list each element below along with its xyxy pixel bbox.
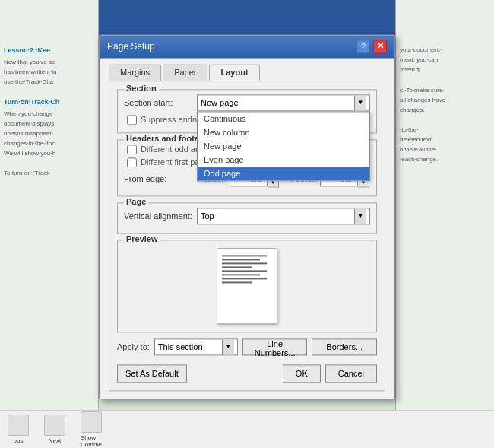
apply-to-arrow-icon[interactable]: ▼	[222, 339, 234, 354]
preview-line-1	[222, 255, 267, 256]
preview-line-6	[222, 274, 260, 275]
bg-left-panel: Lesson·2:·Kee Now·that·you've·se has·bee…	[0, 0, 99, 448]
section-start-value: New page	[201, 98, 239, 107]
section-start-menu: Continuous New column New page Even page…	[197, 111, 370, 181]
section-start-dropdown[interactable]: New page ▼	[197, 94, 370, 111]
ok-button[interactable]: OK	[283, 364, 321, 383]
vert-align-label: Vertical alignment:	[124, 211, 192, 221]
apply-to-value: This section	[158, 342, 203, 351]
page-setup-dialog: Page Setup ? ✕ Margins Paper Layout Sect…	[99, 34, 395, 399]
borders-button[interactable]: Borders...	[312, 338, 377, 355]
preview-document	[217, 248, 277, 324]
preview-line-7	[222, 278, 267, 279]
from-edge-label: From edge:	[124, 174, 192, 183]
preview-line-3	[222, 262, 267, 264]
vert-align-dropdown[interactable]: Top ▼	[197, 208, 370, 224]
set-as-default-button[interactable]: Set As Default	[117, 364, 187, 383]
vert-align-arrow-icon[interactable]: ▼	[354, 208, 366, 224]
dropdown-item-continuous[interactable]: Continuous	[198, 112, 369, 126]
preview-group: Preview	[117, 240, 377, 332]
dropdown-item-new-page[interactable]: New page	[198, 139, 369, 153]
preview-line-8	[222, 281, 252, 283]
tab-margins[interactable]: Margins	[109, 64, 161, 81]
tab-content-layout: Section Section start: New page ▼ Contin…	[109, 81, 385, 391]
dialog-title: Page Setup	[107, 41, 155, 52]
page-group: Page Vertical alignment: Top ▼	[117, 202, 377, 234]
dialog-help-button[interactable]: ?	[356, 40, 370, 53]
cancel-button[interactable]: Cancel	[325, 364, 377, 383]
apply-to-label: Apply to:	[117, 342, 150, 351]
dialog-footer: Set As Default OK Cancel	[117, 361, 377, 383]
diff-odd-even-checkbox[interactable]	[127, 145, 137, 154]
section-start-label: Section start:	[124, 98, 192, 107]
section-start-dropdown-wrapper: New page ▼ Continuous New column New pag…	[197, 94, 370, 111]
section-group-label: Section	[124, 84, 159, 93]
preview-line-2	[222, 259, 260, 260]
section-start-arrow-icon[interactable]: ▼	[354, 95, 366, 110]
dropdown-item-new-column[interactable]: New column	[198, 126, 369, 139]
dropdown-item-odd-page[interactable]: Odd page	[198, 167, 369, 180]
dropdown-item-even-page[interactable]: Even page	[198, 153, 369, 167]
section-group: Section Section start: New page ▼ Contin…	[117, 89, 377, 133]
apply-to-row: Apply to: This section ▼ Line Numbers...…	[117, 338, 377, 355]
bg-right-panel: your·document· ment,·you·can· ·them.¶ s.…	[395, 0, 494, 448]
bg-bottom-bar: ous Next ShowComme	[0, 410, 494, 448]
tab-layout[interactable]: Layout	[209, 64, 259, 81]
dialog-close-button[interactable]: ✕	[373, 40, 387, 53]
diff-first-page-checkbox[interactable]	[127, 157, 137, 167]
suppress-endnotes-checkbox[interactable]	[127, 115, 137, 125]
preview-line-4	[222, 266, 252, 268]
preview-line-5	[222, 270, 267, 272]
apply-to-dropdown[interactable]: This section ▼	[154, 338, 238, 355]
tab-bar: Margins Paper Layout	[109, 64, 385, 81]
line-numbers-button[interactable]: Line Numbers...	[242, 338, 308, 355]
preview-group-label: Preview	[124, 234, 160, 243]
page-group-label: Page	[124, 197, 148, 206]
vert-align-dropdown-wrapper: Top ▼	[197, 208, 370, 224]
dialog-titlebar: Page Setup ? ✕	[100, 35, 394, 58]
section-start-row: Section start: New page ▼ Continuous New…	[124, 94, 370, 111]
tab-paper[interactable]: Paper	[163, 64, 207, 81]
vert-align-row: Vertical alignment: Top ▼	[124, 208, 370, 224]
vert-align-value: Top	[201, 211, 214, 221]
dialog-content: Margins Paper Layout Section Section sta…	[100, 58, 394, 399]
